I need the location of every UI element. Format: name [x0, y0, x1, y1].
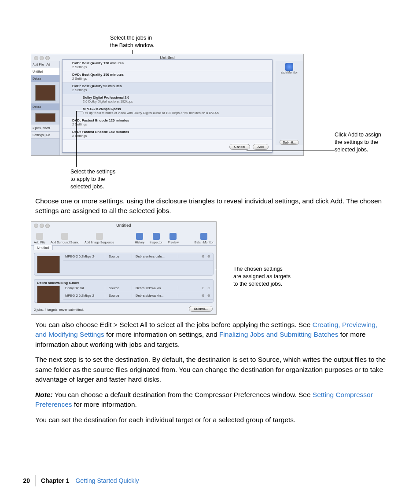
- toolbar: Add File Add Surround Sound Add Image Se…: [31, 229, 216, 246]
- thumbnail: [37, 286, 60, 303]
- callout-leader: [76, 156, 77, 167]
- callout-select-settings: Select the settings to apply to the sele…: [70, 168, 115, 191]
- paragraph: The next step is to set the destination.…: [35, 355, 389, 384]
- settings-subrow[interactable]: MPEG-2 6.2Mbps 2-passFits up to 90 minut…: [63, 106, 272, 117]
- add-button[interactable]: Add: [253, 144, 269, 150]
- job-card[interactable]: Debra sidewalking 6.mov Dolby Digital So…: [34, 279, 214, 303]
- settings-row[interactable]: DVD: Best Quality 150 minutes2 Settings: [63, 71, 272, 83]
- settings-row[interactable]: DVD: Fastest Encode 150 minutes2 Setting…: [63, 129, 272, 140]
- callout-targets: The chosen settings are assigned as targ…: [233, 265, 304, 288]
- callout-leader: [247, 151, 335, 151]
- thumbnail: [37, 256, 60, 273]
- figure-batch-dialog: Untitled Add File Ad Untitled Debra Debr…: [31, 54, 304, 156]
- status-text: 2 jobs, 4 targets, never submitted.: [34, 308, 84, 312]
- job-debra-2[interactable]: Debra: [31, 103, 59, 110]
- tool-history[interactable]: History: [135, 233, 144, 244]
- target-row[interactable]: MPEG-2 6.2Mbps 2- Source Debra sidewalki…: [63, 292, 213, 300]
- add-file-button[interactable]: Add File Ad: [31, 61, 59, 68]
- paragraph: You can also choose Edit > Select All to…: [35, 320, 389, 349]
- tool-add-surround[interactable]: Add Surround Sound: [51, 233, 79, 244]
- note-paragraph: Note: You can choose a default destinati…: [35, 390, 389, 410]
- callout-leader: [76, 120, 83, 120]
- tab-untitled[interactable]: Untitled: [31, 68, 59, 75]
- callout-top: Select the jobs in the Batch window.: [110, 34, 155, 49]
- job-name: Debra sidewalking 6.mov: [34, 280, 213, 285]
- tool-batch-monitor[interactable]: Batch Monitor: [195, 233, 214, 244]
- paragraph: Choose one or more settings, using the d…: [35, 196, 389, 216]
- callout-leader: [76, 111, 83, 111]
- note-label: Note:: [35, 391, 53, 398]
- batch-monitor-label: atch Monitor: [275, 71, 303, 74]
- job-debra-1[interactable]: Debra: [31, 75, 59, 82]
- row-buttons[interactable]: ⊖ ⊕: [202, 254, 213, 258]
- chapter-label: Chapter 1: [41, 477, 70, 484]
- row-buttons[interactable]: ⊖ ⊕: [202, 286, 213, 290]
- settings-row[interactable]: DVD: Best Quality 120 minutes2 Settings: [63, 60, 272, 71]
- settings-row-selected[interactable]: DVD: Best Quality 90 minutes2 Settings: [63, 83, 272, 94]
- chapter-title: Getting Started Quickly: [75, 477, 139, 484]
- submit-button[interactable]: Submit...: [280, 140, 299, 145]
- callout-leader: [76, 111, 77, 156]
- window-title: Untitled: [31, 223, 216, 228]
- settings-tab[interactable]: Settings | De: [31, 132, 59, 139]
- thumbnail: [35, 85, 55, 101]
- page-number: 20: [0, 477, 35, 484]
- settings-row[interactable]: DVD: Fastest Encode 120 minutes2 Setting…: [63, 117, 272, 129]
- target-row[interactable]: MPEG-2 6.2Mbps 2- Source Debra enters ca…: [63, 253, 213, 261]
- tool-preview[interactable]: Preview: [168, 233, 179, 244]
- submit-button[interactable]: Submit...: [189, 306, 213, 312]
- thumbnail: [35, 113, 55, 122]
- status-text: 2 jobs, never: [31, 125, 59, 132]
- target-row[interactable]: Dolby Digital Source Debra sidewalkin...…: [63, 285, 213, 292]
- page-footer: 20 Chapter 1 Getting Started Quickly: [0, 475, 420, 486]
- row-buttons[interactable]: ⊖ ⊕: [202, 294, 213, 298]
- figure-batch-window: Untitled Add File Add Surround Sound Add…: [31, 221, 217, 315]
- paragraph: You can set the destination for each ind…: [35, 415, 389, 425]
- tool-add-image-seq[interactable]: Add Image Sequence: [85, 233, 114, 244]
- cancel-button[interactable]: Cancel: [229, 144, 250, 150]
- job-card[interactable]: MPEG-2 6.2Mbps 2- Source Debra enters ca…: [34, 253, 214, 276]
- callout-leader: [215, 270, 232, 270]
- link-finalizing-jobs[interactable]: Finalizing Jobs and Submitting Batches: [219, 331, 339, 338]
- tool-inspector[interactable]: Inspector: [150, 233, 162, 244]
- settings-dialog: DVD: Best Quality 120 minutes2 Settings …: [62, 59, 273, 153]
- callout-add: Click Add to assign the settings to the …: [335, 131, 392, 154]
- settings-subrow[interactable]: Dolby Digital Professional 2.02.0 Dolby …: [63, 94, 272, 106]
- tool-add-file[interactable]: Add File: [34, 233, 45, 244]
- tab-untitled[interactable]: Untitled: [33, 245, 53, 250]
- batch-monitor-icon[interactable]: [285, 63, 293, 71]
